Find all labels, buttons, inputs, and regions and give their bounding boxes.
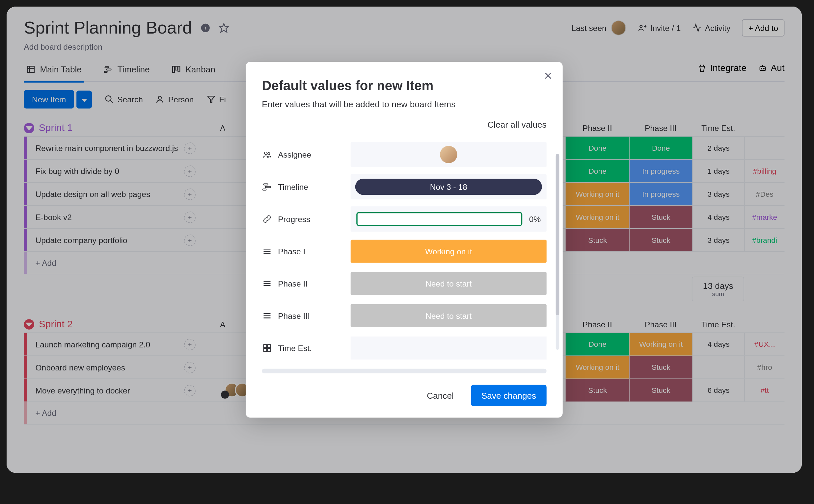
grid-icon <box>262 343 272 353</box>
progress-value: 0% <box>529 214 541 224</box>
svg-rect-24 <box>264 184 268 185</box>
close-icon[interactable]: ✕ <box>544 70 552 83</box>
svg-rect-38 <box>264 348 267 351</box>
cancel-button[interactable]: Cancel <box>421 386 460 405</box>
phase1-field[interactable]: Working on it <box>351 240 547 263</box>
field-timeline-label: Timeline <box>278 182 308 191</box>
modal-scrollbar[interactable] <box>556 154 559 350</box>
svg-point-22 <box>265 152 267 155</box>
svg-point-23 <box>268 153 270 155</box>
field-phase2-label: Phase II <box>278 279 308 288</box>
default-values-modal: ✕ Default values for new Item Enter valu… <box>246 62 563 418</box>
field-progress-label: Progress <box>278 214 310 224</box>
time-est-field[interactable] <box>351 337 547 360</box>
svg-rect-37 <box>267 344 270 347</box>
field-time-est-label: Time Est. <box>278 343 312 353</box>
modal-subtitle: Enter values that will be added to new b… <box>246 99 563 109</box>
modal-title: Default values for new Item <box>246 78 563 93</box>
svg-rect-36 <box>264 344 267 347</box>
modal-horizontal-scrollbar[interactable] <box>262 369 547 373</box>
link-icon <box>262 214 272 224</box>
progress-bar <box>356 212 522 226</box>
timeline-icon <box>262 182 272 192</box>
phase2-field[interactable]: Need to start <box>351 272 547 295</box>
list-icon <box>262 311 272 321</box>
timeline-value: Nov 3 - 18 <box>355 179 542 195</box>
svg-rect-26 <box>263 189 267 190</box>
list-icon <box>262 246 272 257</box>
assignee-field[interactable] <box>351 142 547 167</box>
list-icon <box>262 278 272 289</box>
avatar <box>440 146 457 164</box>
timeline-field[interactable]: Nov 3 - 18 <box>351 174 547 199</box>
save-changes-button[interactable]: Save changes <box>471 385 546 406</box>
field-phase1-label: Phase I <box>278 247 305 256</box>
progress-field[interactable]: 0% <box>351 206 547 232</box>
field-assignee-label: Assignee <box>278 150 311 159</box>
phase3-field[interactable]: Need to start <box>351 304 547 327</box>
svg-rect-39 <box>267 348 270 351</box>
svg-rect-25 <box>266 186 271 188</box>
modal-overlay: ✕ Default values for new Item Enter valu… <box>7 7 802 473</box>
clear-all-values[interactable]: Clear all values <box>246 119 563 129</box>
field-phase3-label: Phase III <box>278 311 310 320</box>
people-icon <box>262 149 272 160</box>
